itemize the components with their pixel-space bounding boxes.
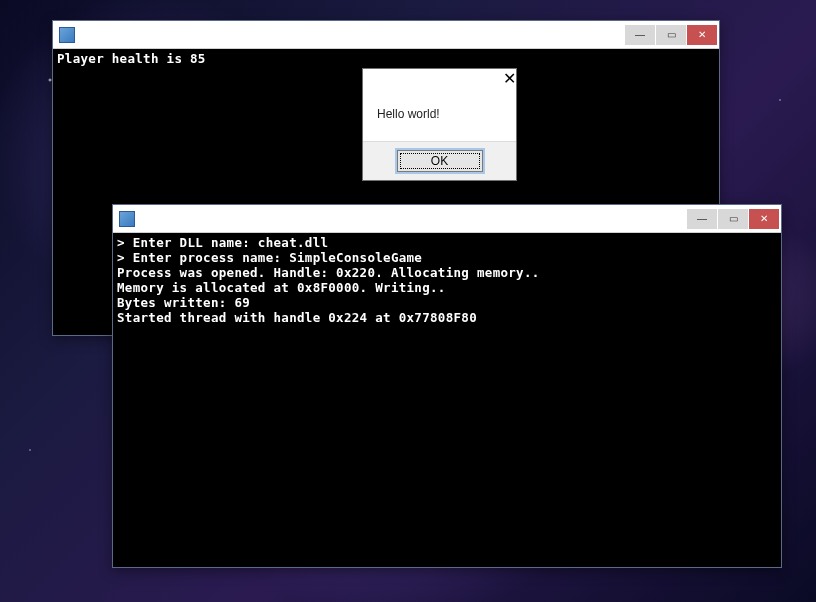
dialog-message: Hello world! <box>377 107 440 121</box>
window-controls: — ▭ ✕ <box>624 25 717 45</box>
dialog-footer: OK <box>363 141 516 180</box>
titlebar[interactable]: — ▭ ✕ <box>113 205 781 233</box>
console-window-2: — ▭ ✕ > Enter DLL name: cheat.dll > Ente… <box>112 204 782 568</box>
dialog-titlebar[interactable]: ✕ <box>363 69 516 93</box>
close-button[interactable]: ✕ <box>503 69 516 88</box>
minimize-button[interactable]: — <box>687 209 717 229</box>
maximize-button[interactable]: ▭ <box>656 25 686 45</box>
console-output: > Enter DLL name: cheat.dll > Enter proc… <box>113 233 781 567</box>
titlebar[interactable]: — ▭ ✕ <box>53 21 719 49</box>
ok-button[interactable]: OK <box>397 150 483 172</box>
dialog-body: Hello world! <box>363 93 516 141</box>
app-icon <box>59 27 75 43</box>
close-icon: ✕ <box>503 70 516 87</box>
app-icon <box>119 211 135 227</box>
window-controls: — ▭ ✕ <box>686 209 779 229</box>
close-button[interactable]: ✕ <box>687 25 717 45</box>
minimize-button[interactable]: — <box>625 25 655 45</box>
maximize-button[interactable]: ▭ <box>718 209 748 229</box>
close-button[interactable]: ✕ <box>749 209 779 229</box>
message-dialog: ✕ Hello world! OK <box>362 68 517 181</box>
